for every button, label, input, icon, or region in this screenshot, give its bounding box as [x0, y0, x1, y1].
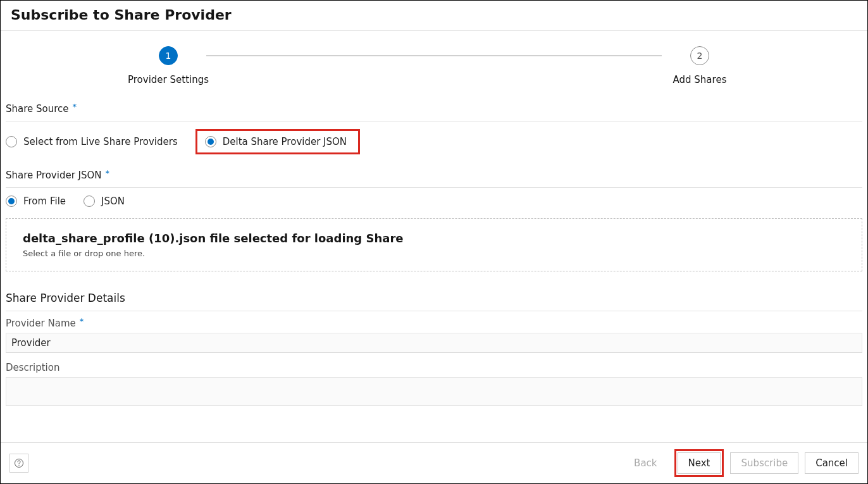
step-provider-settings[interactable]: 1 Provider Settings	[130, 46, 206, 85]
highlight-next-button: Next	[674, 449, 724, 477]
provider-json-text: Share Provider JSON	[6, 170, 102, 181]
step-add-shares[interactable]: 2 Add Shares	[662, 46, 738, 85]
radio-live-label: Select from Live Share Providers	[23, 136, 178, 147]
required-indicator-icon: *	[106, 168, 110, 178]
panel-footer: Back Next Subscribe Cancel	[1, 442, 867, 483]
description-text: Description	[6, 362, 59, 373]
radio-from-file-label: From File	[23, 195, 66, 207]
radio-json-label: JSON	[101, 195, 125, 207]
radio-icon	[205, 136, 216, 147]
dropzone-hint: Select a file or drop one here.	[23, 249, 845, 258]
step-1-label: Provider Settings	[128, 74, 209, 85]
share-provider-details-title: Share Provider Details	[6, 287, 862, 311]
provider-json-radiogroup: From File JSON	[6, 195, 862, 207]
radio-icon	[6, 136, 17, 147]
next-button[interactable]: Next	[678, 452, 721, 474]
share-source-text: Share Source	[6, 103, 69, 115]
panel-title: Subscribe to Share Provider	[11, 7, 857, 23]
subscribe-share-provider-panel: Subscribe to Share Provider 1 Provider S…	[0, 0, 868, 484]
panel-header: Subscribe to Share Provider	[1, 1, 867, 31]
step-2-label: Add Shares	[673, 74, 727, 85]
required-indicator-icon: *	[80, 316, 84, 326]
svg-point-1	[18, 465, 19, 466]
cancel-button[interactable]: Cancel	[805, 452, 859, 474]
radio-from-file[interactable]: From File	[6, 195, 66, 207]
radio-delta-label: Delta Share Provider JSON	[223, 136, 347, 147]
help-icon	[14, 458, 24, 468]
provider-name-label: Provider Name *	[6, 318, 862, 329]
provider-name-text: Provider Name	[6, 318, 76, 329]
radio-live-share-providers[interactable]: Select from Live Share Providers	[6, 136, 178, 147]
share-source-radiogroup: Select from Live Share Providers Delta S…	[6, 129, 862, 154]
step-2-indicator: 2	[690, 46, 709, 65]
step-1-indicator: 1	[159, 46, 178, 65]
file-dropzone[interactable]: delta_share_profile (10).json file selec…	[6, 218, 862, 271]
radio-icon	[6, 195, 17, 207]
help-button[interactable]	[9, 454, 28, 473]
description-input[interactable]	[6, 377, 862, 406]
highlight-delta-option: Delta Share Provider JSON	[195, 129, 360, 154]
provider-name-input[interactable]	[6, 333, 862, 353]
share-source-label: Share Source *	[6, 99, 862, 121]
description-label: Description	[6, 362, 862, 373]
dropzone-file-selected: delta_share_profile (10).json file selec…	[23, 232, 845, 245]
step-connector	[206, 55, 662, 56]
radio-delta-share-json[interactable]: Delta Share Provider JSON	[205, 136, 347, 147]
subscribe-button[interactable]: Subscribe	[730, 452, 798, 474]
wizard-stepper: 1 Provider Settings 2 Add Shares	[1, 31, 867, 96]
share-provider-json-label: Share Provider JSON *	[6, 166, 862, 188]
radio-json[interactable]: JSON	[84, 195, 125, 207]
required-indicator-icon: *	[73, 102, 77, 111]
radio-icon	[84, 195, 95, 207]
back-button[interactable]: Back	[623, 452, 667, 474]
